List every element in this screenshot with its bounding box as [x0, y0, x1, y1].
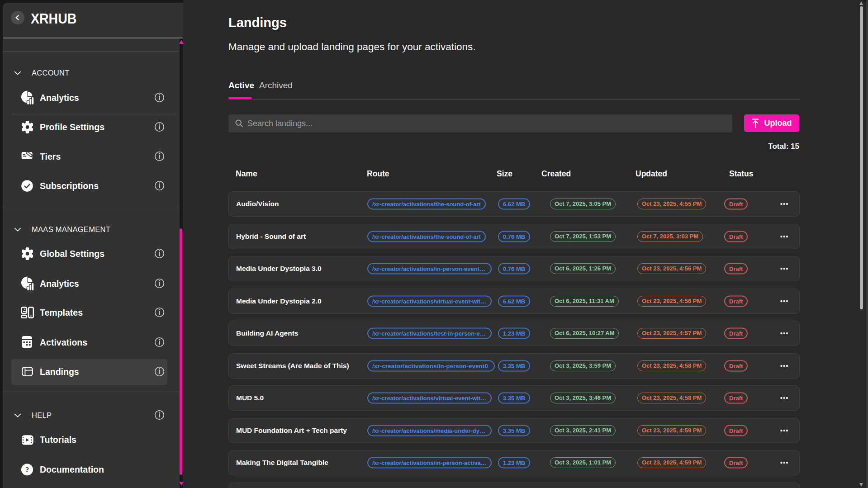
svg-text:?: ?: [25, 465, 29, 474]
